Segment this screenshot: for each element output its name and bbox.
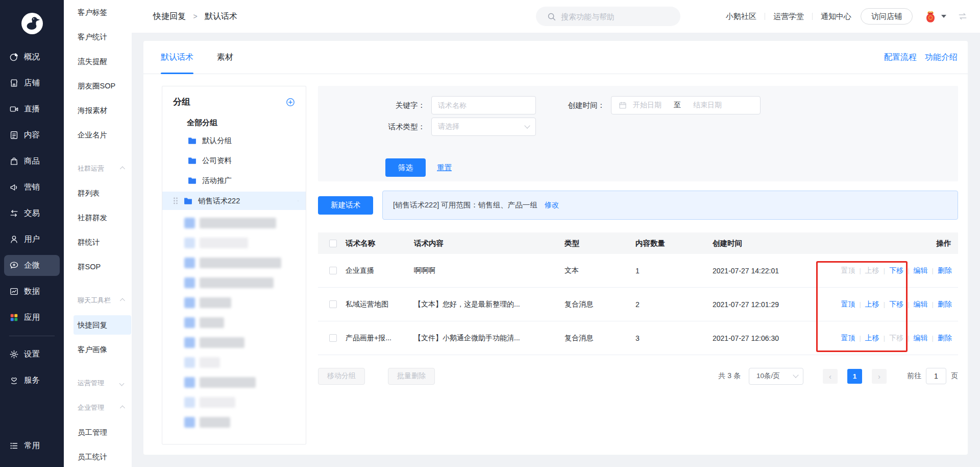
reset-link[interactable]: 重置 [437,163,452,173]
group-item-redacted[interactable] [184,377,306,388]
goto-page-input[interactable] [926,368,946,384]
submenu-item-staff-mgmt[interactable]: 员工管理 [64,420,132,445]
delete-link[interactable]: 删除 [938,300,952,309]
pin-top-link[interactable]: 置顶 [841,300,855,309]
edit-link[interactable]: 编辑 [914,266,928,275]
submenu-item-group-stats[interactable]: 群统计 [64,230,132,254]
prev-page-button[interactable]: ‹ [823,369,838,384]
search-input[interactable] [561,12,663,21]
sidebar-item-settings[interactable]: 设置 [0,341,64,367]
new-script-button[interactable]: 新建话术 [318,196,373,215]
more-actions-icon[interactable] [298,200,306,202]
sidebar-item-goods[interactable]: 商品 [0,148,64,174]
delete-link[interactable]: 删除 [938,266,952,275]
tab-material[interactable]: 素材 [217,41,233,74]
brand-logo[interactable] [0,3,64,44]
account-menu[interactable] [923,9,946,24]
group-item-redacted[interactable] [184,297,306,308]
sidebar-item-trade[interactable]: 交易 [0,200,64,226]
switch-account-icon[interactable] [958,11,968,21]
content-area: 默认话术 素材 配置流程 功能介绍 分组 全部分组 默认分组 [132,33,980,467]
keyword-field[interactable] [431,96,536,114]
group-item-redacted[interactable] [184,337,306,348]
submenu-item-churn-alert[interactable]: 流失提醒 [64,49,132,74]
sidebar-item-apps[interactable]: 应用 [0,305,64,331]
link-config-flow[interactable]: 配置流程 [884,52,917,63]
sidebar-item-shop[interactable]: 店铺 [0,70,64,96]
next-page-button[interactable]: › [872,369,887,384]
submenu-section-chat-toolbar[interactable]: 聊天工具栏 [64,288,132,313]
group-item-selected[interactable]: 销售话术222 [162,192,306,210]
group-item[interactable]: 活动推广 [162,171,306,191]
sidebar-item-common[interactable]: 常用 [0,433,64,459]
submenu-item-moments-sop[interactable]: 朋友圈SOP [64,74,132,98]
start-date-placeholder[interactable]: 开始日期 [633,101,662,110]
submenu-item-poster-material[interactable]: 海报素材 [64,98,132,123]
add-group-icon[interactable] [285,97,296,107]
edit-link[interactable]: 编辑 [914,334,928,343]
submenu-item-staff-stats[interactable]: 员工统计 [64,445,132,467]
row-checkbox[interactable] [329,300,337,308]
group-item[interactable]: 公司资料 [162,151,306,171]
move-up-link[interactable]: 上移 [865,334,879,343]
link-feature-intro[interactable]: 功能介绍 [925,52,958,63]
tab-default-scripts[interactable]: 默认话术 [161,41,193,74]
group-item-redacted[interactable] [184,277,306,288]
group-item-redacted[interactable] [184,238,306,248]
submenu-item-customer-tags[interactable]: 客户标签 [64,0,132,25]
sidebar-item-service[interactable]: 服务 [0,367,64,393]
group-item-redacted[interactable] [184,218,306,228]
submenu-item-business-card[interactable]: 企业名片 [64,123,132,147]
move-up-link[interactable]: 上移 [865,300,879,309]
group-item-redacted[interactable] [184,397,306,408]
filter-button[interactable]: 筛选 [385,158,426,177]
keyword-input[interactable] [438,101,529,109]
drag-handle-icon[interactable] [173,197,178,204]
group-item[interactable]: 默认分组 [162,131,306,151]
group-item-redacted[interactable] [184,317,306,328]
submenu-item-group-broadcast[interactable]: 社群群发 [64,205,132,230]
sidebar-item-marketing[interactable]: 营销 [0,174,64,200]
row-checkbox[interactable] [329,267,337,274]
submenu-section-enterprise-mgmt[interactable]: 企业管理 [64,395,132,420]
link-notice-center[interactable]: 通知中心 [821,12,851,21]
date-range-picker[interactable]: 开始日期 至 结束日期 [611,96,761,114]
row-checkbox[interactable] [329,334,337,342]
submenu-item-group-sop[interactable]: 群SOP [64,254,132,279]
link-community[interactable]: 小鹅社区 [726,12,756,21]
sidebar-item-overview[interactable]: 概况 [0,44,64,70]
move-down-link[interactable]: 下移 [889,266,903,275]
move-down-link[interactable]: 下移 [889,300,903,309]
submenu-item-group-list[interactable]: 群列表 [64,181,132,205]
submenu-item-customer-stats[interactable]: 客户统计 [64,25,132,49]
link-school[interactable]: 运营学堂 [773,12,804,21]
group-item-redacted[interactable] [184,417,306,428]
end-date-placeholder[interactable]: 结束日期 [693,101,722,110]
edit-link[interactable]: 编辑 [914,300,928,309]
sidebar-item-wecom[interactable]: 企微 [4,255,60,276]
pin-top-link[interactable]: 置顶 [841,334,855,343]
page-size-select[interactable]: 10条/页 [749,368,803,385]
delete-link[interactable]: 删除 [938,334,952,343]
submenu-section-operation-mgmt[interactable]: 运营管理 [64,371,132,395]
sidebar-item-data[interactable]: 数据 [0,278,64,305]
modify-scope-link[interactable]: 修改 [545,200,559,210]
submenu-section-community[interactable]: 社群运营 [64,156,132,181]
sidebar-item-content[interactable]: 内容 [0,122,64,148]
sidebar-item-user[interactable]: 用户 [0,226,64,252]
page-number-current[interactable]: 1 [847,369,862,384]
move-group-button[interactable]: 移动分组 [318,368,365,385]
group-item-all[interactable]: 全部分组 [162,112,306,131]
select-all-checkbox[interactable] [329,240,337,247]
group-item-redacted[interactable] [184,357,306,368]
submenu-item-quick-reply[interactable]: 快捷回复 [74,315,131,335]
sidebar-item-live[interactable]: 直播 [0,96,64,122]
menu-list-icon [9,441,19,451]
breadcrumb-parent[interactable]: 快捷回复 [153,12,186,20]
script-type-select[interactable]: 请选择 [431,118,536,136]
visit-shop-button[interactable]: 访问店铺 [861,8,913,25]
batch-delete-button[interactable]: 批量删除 [388,368,435,385]
submenu-item-customer-portrait[interactable]: 客户画像 [64,337,132,362]
global-search[interactable] [536,7,680,26]
group-item-redacted[interactable] [184,258,306,268]
